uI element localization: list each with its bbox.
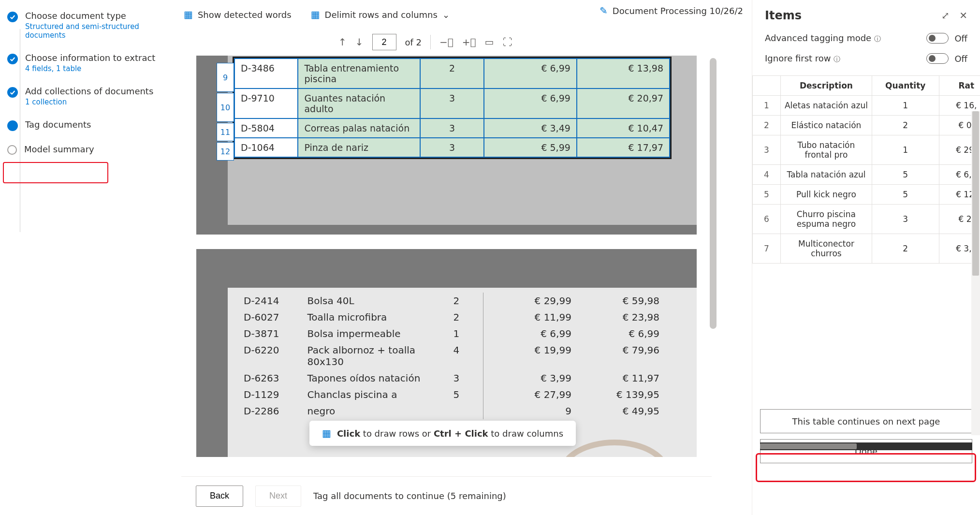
row-number: 10 (217, 93, 234, 122)
wizard-steps: Choose document type Structured and semi… (7, 10, 162, 167)
toggle-state: Off (954, 33, 967, 44)
fit-page-button[interactable]: ⛶ (503, 36, 512, 48)
info-icon[interactable]: ⓘ (834, 55, 840, 63)
row-number: 12 (217, 142, 234, 161)
row-number: 11 (217, 123, 234, 141)
step-choose-information[interactable]: Choose information to extract 4 fields, … (7, 52, 162, 73)
panel-horizontal-scrollbar[interactable] (760, 442, 972, 450)
step-sub: 4 fields, 1 table (25, 64, 155, 73)
toggle-switch-icon (926, 53, 949, 64)
col-rate[interactable]: Rat (939, 76, 980, 96)
step-title: Tag documents (25, 118, 91, 130)
checkmark-icon (7, 54, 18, 64)
back-button[interactable]: Back (196, 486, 243, 507)
hint-text: Click to draw rows or Ctrl + Click to dr… (337, 428, 563, 439)
step-choose-document-type[interactable]: Choose document type Structured and semi… (7, 10, 162, 40)
footer-status: Tag all documents to continue (5 remaini… (313, 491, 506, 501)
table-row[interactable]: 2Elástico natación2€ 0, (753, 116, 980, 135)
ignore-first-row-toggle[interactable]: Off (926, 53, 967, 64)
table-row[interactable]: 1Aletas natación azul1€ 16, (753, 96, 980, 116)
label: Show detected words (198, 10, 292, 20)
items-table: Description Quantity Rat 1Aletas natació… (752, 75, 980, 404)
page-of-label: of 2 (405, 37, 422, 47)
page-number-input[interactable] (372, 34, 396, 50)
step-title: Model summary (24, 143, 94, 154)
toggle-switch-icon (926, 33, 949, 44)
step-add-collections[interactable]: Add collections of documents 1 collectio… (7, 85, 162, 106)
dot-pending-icon (7, 145, 17, 155)
delimit-rows-columns-button[interactable]: ▦ Delimit rows and columns ⌄ (311, 9, 450, 20)
document-page: 9D-3486Tabla entrenamiento piscina2€ 6,9… (196, 56, 697, 235)
table-icon: ▦ (322, 427, 331, 439)
step-title: Choose document type (25, 10, 162, 21)
step-sub: 1 collection (25, 98, 153, 106)
divider (430, 35, 431, 49)
table-row[interactable]: 3Tubo natación frontal pro1€ 29, (753, 135, 980, 165)
untagged-table[interactable]: D-2414Bolsa 40L2€ 29,99€ 59,98D-6027Toal… (239, 293, 664, 419)
table-row[interactable]: 6Churro piscina espuma negro3€ 2, (753, 205, 980, 234)
continue-next-page-button[interactable]: This table continues on next page (760, 409, 972, 433)
table-row[interactable]: 5Pull kick negro5€ 12, (753, 185, 980, 205)
label: Document Processing 10/26/2 (613, 6, 743, 16)
advanced-tagging-toggle[interactable]: Off (926, 33, 967, 44)
step-model-summary[interactable]: Model summary (7, 143, 162, 155)
prev-page-button[interactable]: ↑ (338, 36, 347, 48)
annotation-highlight (3, 162, 108, 183)
step-sub: Structured and semi-structured documents (25, 22, 162, 40)
table-row[interactable]: 7Multiconector churros2€ 3,9 (753, 234, 980, 264)
ignore-first-row-label: Ignore first row ⓘ (765, 53, 840, 64)
table-row[interactable]: 10D-9710Guantes natación adulto3€ 6,99€ … (234, 88, 670, 118)
toggle-state: Off (954, 54, 967, 64)
scrollbar-thumb[interactable] (760, 443, 857, 449)
annotation-highlight (756, 453, 976, 482)
panel-title: Items (765, 9, 802, 22)
table-icon: ▦ (311, 9, 320, 20)
table-row[interactable]: D-1129Chanclas piscina a5€ 27,99€ 139,95 (239, 386, 664, 403)
step-tag-documents[interactable]: Tag documents (7, 118, 162, 131)
draw-hint-tooltip: ▦ Click to draw rows or Ctrl + Click to … (309, 421, 576, 446)
zoom-in-button[interactable]: +⃝ (462, 36, 476, 48)
scrollbar-thumb[interactable] (710, 58, 717, 329)
checkmark-icon (7, 87, 18, 98)
dot-current-icon (7, 120, 18, 131)
table-row[interactable]: D-6027Toalla microfibra2€ 11,99€ 23,98 (239, 309, 664, 325)
col-quantity[interactable]: Quantity (872, 76, 939, 96)
main-vertical-scrollbar[interactable] (710, 58, 717, 455)
table-row[interactable]: D-2286negro9€ 49,95 (239, 403, 664, 419)
expand-icon[interactable]: ⤢ (941, 10, 950, 21)
table-row[interactable]: 11D-5804Correas palas natación3€ 3,49€ 1… (234, 118, 670, 138)
table-row[interactable]: 4Tabla natación azul5€ 6,9 (753, 165, 980, 185)
info-icon[interactable]: ⓘ (874, 35, 881, 43)
step-title: Add collections of documents (25, 85, 153, 96)
panel-vertical-scrollbar[interactable] (971, 111, 980, 435)
fit-width-button[interactable]: ▭ (485, 36, 494, 48)
col-description[interactable]: Description (780, 76, 872, 96)
label: Delimit rows and columns (325, 10, 438, 20)
wizard-footer: Back Next Tag all documents to continue … (181, 476, 712, 515)
step-connector (20, 29, 20, 232)
document-viewer[interactable]: 9D-3486Tabla entrenamiento piscina2€ 6,9… (181, 56, 712, 457)
table-row[interactable]: D-3871Bolsa impermeable1€ 6,99€ 6,99 (239, 325, 664, 342)
zoom-out-button[interactable]: −⃝ (439, 36, 453, 48)
scrollbar-thumb[interactable] (972, 111, 979, 276)
chevron-down-icon: ⌄ (442, 10, 450, 20)
table-row[interactable]: D-6220Pack albornoz + toalla 80x1304€ 19… (239, 342, 664, 370)
checkmark-icon (7, 12, 18, 22)
table-row[interactable]: 12D-1064Pinza de nariz3€ 5,99€ 17,97 (234, 138, 670, 157)
close-icon[interactable]: ✕ (959, 10, 967, 21)
step-title: Choose information to extract (25, 52, 155, 63)
page-controls: ↑ ↓ of 2 −⃝ +⃝ ▭ ⛶ (338, 34, 512, 50)
text-select-icon: ▦ (184, 9, 193, 20)
row-number: 9 (217, 63, 234, 92)
show-detected-words-button[interactable]: ▦ Show detected words (184, 9, 292, 20)
table-row[interactable]: D-6263Tapones oídos natación3€ 3,99€ 11,… (239, 370, 664, 386)
table-row[interactable]: 9D-3486Tabla entrenamiento piscina2€ 6,9… (234, 59, 670, 88)
tagged-table[interactable]: 9D-3486Tabla entrenamiento piscina2€ 6,9… (233, 57, 672, 159)
table-row[interactable]: D-2414Bolsa 40L2€ 29,99€ 59,98 (239, 293, 664, 309)
pencil-icon[interactable]: ✎ (600, 5, 608, 16)
next-page-button[interactable]: ↓ (355, 36, 364, 48)
document-toolbar: ▦ Show detected words ▦ Delimit rows and… (184, 5, 450, 24)
advanced-tagging-label: Advanced tagging mode ⓘ (765, 33, 881, 44)
next-button: Next (255, 486, 301, 507)
document-name-label: ✎ Document Processing 10/26/2 (600, 5, 743, 16)
